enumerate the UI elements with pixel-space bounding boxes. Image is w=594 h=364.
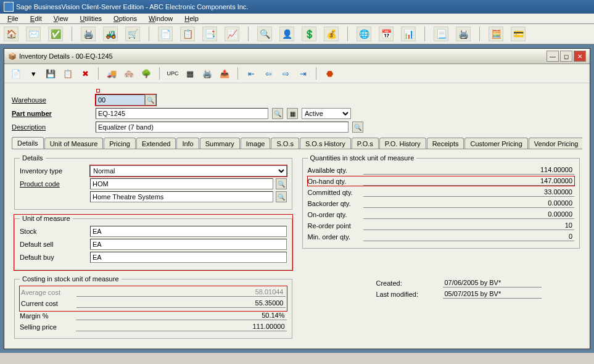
uom-group: Unit of measure Stock Default sell Defau…	[14, 215, 292, 270]
calendar-icon[interactable]: 📅	[379, 27, 394, 41]
menu-view[interactable]: View	[49, 14, 73, 23]
warehouse-input[interactable]	[96, 94, 145, 105]
chart-icon[interactable]: 📈	[225, 27, 239, 41]
maximize-button[interactable]: ◻	[560, 51, 572, 62]
reorder-label: Re-order point	[308, 222, 361, 230]
menu-window[interactable]: Window	[144, 14, 178, 23]
avail-value	[363, 165, 574, 175]
barcode-icon[interactable]: UPC	[166, 67, 179, 80]
prod-code-input[interactable]	[90, 178, 273, 189]
minimize-button[interactable]: —	[547, 51, 559, 62]
tab-extended[interactable]: Extended	[136, 138, 176, 149]
menu-help[interactable]: Help	[179, 14, 204, 23]
delete-icon[interactable]: ✖	[78, 67, 92, 80]
next-icon[interactable]: ⇨	[279, 67, 292, 80]
tab-sos-history[interactable]: S.O.s History	[300, 138, 351, 149]
print-icon[interactable]: 🖨️	[81, 27, 96, 41]
desc-input[interactable]	[96, 122, 349, 133]
avail-label: Available qty.	[308, 167, 361, 174]
sellprice-label: Selling price	[20, 323, 73, 331]
close-button[interactable]: ✕	[574, 51, 586, 62]
truck-icon[interactable]: 🚚	[105, 67, 118, 80]
doc1-icon[interactable]: 📄	[158, 27, 173, 41]
partnum-label: Part number	[12, 110, 92, 117]
tab-receipts[interactable]: Receipts	[427, 138, 464, 149]
menu-utilities[interactable]: Utilities	[75, 14, 107, 23]
forklift-icon[interactable]: 🚜	[103, 27, 118, 41]
partnum-input[interactable]	[96, 108, 268, 119]
print2-icon[interactable]: 🖨️	[200, 67, 214, 80]
tab-image[interactable]: Image	[241, 138, 271, 149]
minorder-value	[363, 232, 574, 241]
stock-label: Stock	[20, 228, 88, 235]
home-icon[interactable]: 🏠	[4, 27, 19, 41]
house-icon[interactable]: 🏘️	[122, 67, 136, 80]
dropdown-icon[interactable]: ▾	[27, 67, 40, 80]
tab-details[interactable]: Details	[12, 137, 44, 149]
menu-options[interactable]: Options	[109, 14, 142, 23]
check-icon[interactable]: ✅	[48, 27, 63, 41]
search1-icon[interactable]: 🔍	[257, 27, 272, 41]
search-money2-icon[interactable]: 💰	[324, 27, 339, 41]
first-icon[interactable]: ⇤	[244, 67, 258, 80]
prod-code-lookup-icon[interactable]: 🔍	[276, 178, 287, 189]
mail-icon[interactable]: ✉️	[26, 27, 41, 41]
ledger-icon[interactable]: 📊	[401, 27, 416, 41]
sellprice-value	[76, 322, 287, 331]
calc-icon[interactable]: 🧮	[489, 27, 503, 41]
window-title: Inventory Details - 00-EQ-1245	[19, 52, 113, 60]
grid-icon[interactable]: ▦	[183, 67, 197, 80]
search-people-icon[interactable]: 👤	[279, 27, 294, 41]
tab-summary[interactable]: Summary	[200, 138, 240, 149]
window-titlebar: 📦 Inventory Details - 00-EQ-1245 — ◻ ✕	[4, 49, 590, 64]
cart-icon[interactable]: 🛒	[125, 27, 140, 41]
tab-uom[interactable]: Unit of Measure	[44, 138, 104, 149]
sell-label: Default sell	[20, 241, 88, 248]
export-icon[interactable]: 📤	[218, 67, 231, 80]
menu-file[interactable]: File	[2, 14, 23, 23]
prod-code-desc-input[interactable]	[90, 191, 273, 202]
uom-legend: Unit of measure	[20, 215, 73, 222]
buy-input	[90, 252, 287, 263]
window-toolbar: 📄 ▾ 💾 📋 ✖ 🚚 🏘️ 🌳 UPC ▦ 🖨️ 📤 ⇤ ⇦ ⇨ ⇥ ⬣	[4, 64, 590, 83]
partnum-list-icon[interactable]: ▦	[287, 108, 298, 119]
app-titlebar: Sage BusinessVision Client-Server Editio…	[0, 0, 594, 14]
desc-lookup-icon[interactable]: 🔍	[352, 122, 363, 133]
warehouse-label: Warehouse	[12, 96, 92, 104]
menu-edit[interactable]: Edit	[25, 14, 47, 23]
created-value	[443, 278, 542, 287]
card-icon[interactable]: 💳	[511, 27, 526, 41]
qty-legend: Quantities in stock unit of measure	[308, 154, 417, 162]
copy-icon[interactable]: 📋	[61, 67, 75, 80]
details-group: Details Inventory type Normal Product co…	[14, 154, 292, 210]
doc3-icon[interactable]: 📑	[202, 27, 217, 41]
globe-icon[interactable]: 🌐	[357, 27, 371, 41]
prev-icon[interactable]: ⇦	[262, 67, 275, 80]
partnum-lookup-icon[interactable]: 🔍	[272, 108, 283, 119]
menubar: File Edit View Utilities Options Window …	[0, 14, 594, 24]
last-icon[interactable]: ⇥	[296, 67, 310, 80]
tab-cust-pricing[interactable]: Customer Pricing	[464, 138, 527, 149]
search-money-icon[interactable]: 💲	[302, 27, 316, 41]
prod-desc-lookup-icon[interactable]: 🔍	[276, 191, 287, 202]
tab-pricing[interactable]: Pricing	[104, 138, 136, 149]
tab-info[interactable]: Info	[176, 138, 199, 149]
save-icon[interactable]: 💾	[44, 67, 57, 80]
window-icon: 📦	[8, 52, 17, 60]
status-select[interactable]: Active	[302, 108, 351, 119]
tab-pos[interactable]: P.O.s	[352, 138, 379, 149]
tab-po-history[interactable]: P.O. History	[379, 138, 426, 149]
warehouse-lookup-icon[interactable]: 🔍	[145, 94, 156, 105]
tree-icon[interactable]: 🌳	[139, 67, 153, 80]
onhand-label: On-hand qty.	[308, 178, 361, 185]
doc2-icon[interactable]: 📋	[180, 27, 195, 41]
report-icon[interactable]: 📃	[434, 27, 448, 41]
inv-type-select[interactable]: Normal	[90, 165, 287, 176]
margin-label: Margin %	[20, 312, 73, 320]
new-icon[interactable]: 📄	[9, 67, 23, 80]
tab-sos[interactable]: S.O.s	[271, 138, 299, 149]
tab-vendor-pricing[interactable]: Vendor Pricing	[529, 138, 582, 149]
printer-icon[interactable]: 🖨️	[456, 27, 471, 41]
stop-icon[interactable]: ⬣	[323, 67, 336, 80]
cur-cost-value	[76, 299, 285, 308]
